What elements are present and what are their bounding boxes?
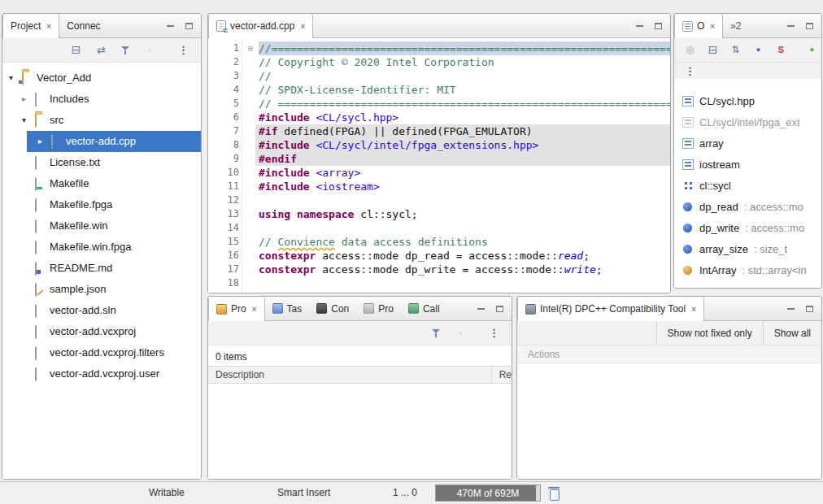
- filter-icon[interactable]: [120, 45, 131, 55]
- outline-item[interactable]: dp_write : access::mo: [674, 217, 821, 238]
- maximize-icon[interactable]: [806, 23, 813, 29]
- code-line[interactable]: 12: [208, 193, 670, 207]
- minimize-icon[interactable]: [787, 25, 795, 27]
- close-icon[interactable]: ×: [710, 22, 715, 31]
- maximize-icon[interactable]: [496, 306, 503, 312]
- focus-icon[interactable]: ◎: [684, 44, 696, 56]
- show-all-button[interactable]: Show all: [763, 321, 821, 345]
- code-line[interactable]: 16constexpr access::mode dp_read = acces…: [208, 249, 670, 263]
- expand-more-icon[interactable]: ◦: [455, 327, 467, 339]
- tree-item[interactable]: vector-add.sln: [2, 300, 201, 321]
- minimize-icon[interactable]: [787, 308, 795, 310]
- hide-fields-icon[interactable]: ●: [752, 44, 764, 56]
- tree-item[interactable]: ▸Includes: [2, 89, 201, 110]
- tab-project[interactable]: Project ×: [2, 14, 59, 38]
- maximize-icon[interactable]: [806, 306, 813, 312]
- outline-item[interactable]: CL/sycl/intel/fpga_ext: [674, 111, 821, 133]
- code-line[interactable]: 4// SPDX-License-Identifier: MIT: [208, 83, 670, 97]
- tree-item[interactable]: Makefile.fpga: [2, 194, 201, 215]
- tab-console[interactable]: Con: [309, 297, 356, 320]
- collapse-arrow-icon[interactable]: ▾: [22, 110, 26, 131]
- code-line[interactable]: 2// Copyright © 2020 Intel Corporation: [208, 55, 670, 69]
- view-menu-icon[interactable]: ⋮: [684, 65, 696, 77]
- expand-more-icon[interactable]: ◦: [144, 44, 156, 56]
- tree-item[interactable]: Makefile.win.fpga: [2, 237, 201, 258]
- tree-item[interactable]: License.txt: [2, 152, 201, 173]
- maximize-icon[interactable]: [185, 23, 193, 29]
- tab-problems[interactable]: Pro×: [208, 297, 265, 321]
- tree-item[interactable]: ▸vector-add.cpp: [2, 131, 201, 152]
- outline-item[interactable]: cl::sycl: [674, 175, 821, 196]
- tree-item[interactable]: vector-add.vcxproj: [2, 321, 201, 342]
- code-line[interactable]: 13using namespace cl::sycl;: [208, 207, 670, 221]
- tab-call[interactable]: Call: [401, 297, 447, 320]
- column-description[interactable]: Description: [208, 367, 492, 383]
- code-line[interactable]: 11#include <iostream>: [208, 180, 670, 193]
- outline-item[interactable]: IntArray : std::array<in: [674, 259, 821, 280]
- code-line[interactable]: 18: [208, 276, 670, 290]
- tab-connections[interactable]: Connec: [59, 14, 107, 37]
- column-resource[interactable]: Re: [492, 367, 512, 383]
- panel-window-buttons: [787, 14, 813, 37]
- code-line[interactable]: 10#include <array>: [208, 166, 670, 180]
- minimize-icon[interactable]: [636, 25, 643, 27]
- tab-tasks[interactable]: Tas: [265, 297, 310, 320]
- close-icon[interactable]: ×: [46, 22, 51, 31]
- outline-item[interactable]: CL/sycl.hpp: [674, 90, 821, 111]
- code-line[interactable]: 6#include <CL/sycl.hpp>: [208, 111, 670, 124]
- code-line[interactable]: 1⊖//====================================…: [208, 41, 670, 55]
- code-line[interactable]: 15// Convience data access definitions: [208, 235, 670, 249]
- outline-item[interactable]: dp_read : access::mo: [674, 196, 821, 217]
- tree-item[interactable]: README.md: [2, 258, 201, 279]
- outline-item[interactable]: iostream: [674, 154, 821, 175]
- link-with-editor-icon[interactable]: ⇄: [95, 44, 107, 56]
- outline-item[interactable]: array: [674, 133, 821, 154]
- code-line[interactable]: 14: [208, 221, 670, 235]
- tree-item[interactable]: ▾src: [2, 110, 201, 131]
- code-editor[interactable]: 1⊖//====================================…: [208, 38, 670, 293]
- outline-list: CL/sycl.hppCL/sycl/intel/fpga_extarrayio…: [674, 79, 821, 288]
- maximize-icon[interactable]: [655, 23, 662, 29]
- code-line[interactable]: 17constexpr access::mode dp_write = acce…: [208, 263, 670, 276]
- collapse-all-icon[interactable]: ⊟: [70, 44, 82, 56]
- sort-icon[interactable]: ⇅: [729, 44, 742, 56]
- collapse-arrow-icon[interactable]: ▾: [9, 67, 13, 89]
- tab-outline[interactable]: O ×: [674, 14, 723, 38]
- expand-arrow-icon[interactable]: ▸: [38, 131, 42, 152]
- tab-properties[interactable]: Pro: [356, 297, 401, 320]
- hide-static-icon[interactable]: S: [775, 44, 787, 56]
- code-line[interactable]: 5// ====================================…: [208, 97, 670, 111]
- text-file-icon: [35, 304, 37, 318]
- tree-item[interactable]: vector-add.vcxproj.user: [2, 363, 201, 385]
- problems-table-header: Description Re: [208, 366, 512, 384]
- show-not-fixed-only-button[interactable]: Show not fixed only: [656, 321, 763, 345]
- outline-item[interactable]: array_size : size_t: [674, 238, 821, 259]
- tab-dpct[interactable]: Intel(R) DPC++ Compatibility Tool ×: [517, 297, 704, 321]
- tab-overflow[interactable]: »2: [723, 14, 748, 37]
- expand-arrow-icon[interactable]: ▸: [22, 89, 26, 110]
- tree-item[interactable]: vector-add.vcxproj.filters: [2, 342, 201, 363]
- tree-item[interactable]: ▾Vector_Add: [2, 67, 201, 89]
- code-line[interactable]: 8#include <CL/sycl/intel/fpga_extensions…: [208, 138, 670, 152]
- garbage-collect-icon[interactable]: [548, 486, 560, 500]
- collapse-all-icon[interactable]: ⊟: [707, 44, 719, 56]
- close-icon[interactable]: ×: [300, 22, 305, 31]
- minimize-icon[interactable]: [167, 25, 174, 27]
- close-icon[interactable]: ×: [691, 305, 696, 314]
- view-menu-icon[interactable]: ⋮: [177, 44, 189, 56]
- tab-vector-add-cpp[interactable]: vector-add.cpp ×: [208, 14, 313, 38]
- project-explorer-panel: Project × Connec ⊟⇄◦⋮ ▾Vector_Add▸Includ…: [2, 13, 202, 480]
- fold-marker-icon[interactable]: ⊖: [245, 41, 256, 55]
- close-icon[interactable]: ×: [252, 305, 257, 314]
- hide-nonpublic-icon[interactable]: ●: [806, 44, 818, 56]
- tree-item[interactable]: sample.json: [2, 279, 201, 300]
- filter-icon[interactable]: [431, 328, 442, 338]
- minimize-icon[interactable]: [477, 308, 485, 310]
- code-line[interactable]: 7#if defined(FPGA) || defined(FPGA_EMULA…: [208, 124, 670, 138]
- code-line[interactable]: 9#endif: [208, 152, 670, 166]
- view-menu-icon[interactable]: ⋮: [488, 327, 500, 339]
- dpct-tool-icon: [525, 304, 536, 315]
- tree-item[interactable]: Makefile.win: [2, 215, 201, 237]
- code-line[interactable]: 3//: [208, 69, 670, 83]
- tree-item[interactable]: Makefile: [2, 173, 201, 194]
